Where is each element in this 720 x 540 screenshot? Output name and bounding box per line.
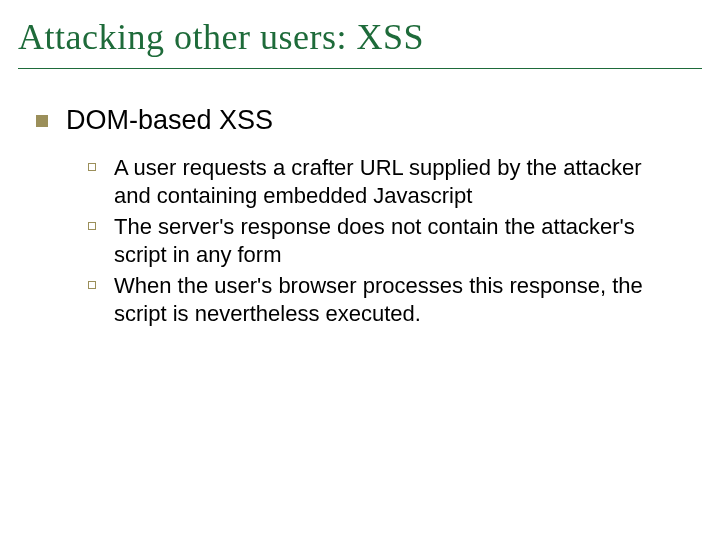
hollow-square-bullet-icon: [88, 222, 96, 230]
bullet-level2: A user requests a crafter URL supplied b…: [88, 154, 702, 209]
level2-text: The server's response does not contain t…: [114, 213, 674, 268]
slide: Attacking other users: XSS DOM-based XSS…: [0, 0, 720, 540]
level1-text: DOM-based XSS: [66, 105, 273, 136]
level2-list: A user requests a crafter URL supplied b…: [88, 154, 702, 327]
bullet-level2: When the user's browser processes this r…: [88, 272, 702, 327]
bullet-level2: The server's response does not contain t…: [88, 213, 702, 268]
hollow-square-bullet-icon: [88, 163, 96, 171]
level2-text: A user requests a crafter URL supplied b…: [114, 154, 674, 209]
slide-title: Attacking other users: XSS: [18, 10, 702, 69]
hollow-square-bullet-icon: [88, 281, 96, 289]
square-bullet-icon: [36, 115, 48, 127]
level2-text: When the user's browser processes this r…: [114, 272, 674, 327]
bullet-level1: DOM-based XSS: [36, 105, 702, 136]
